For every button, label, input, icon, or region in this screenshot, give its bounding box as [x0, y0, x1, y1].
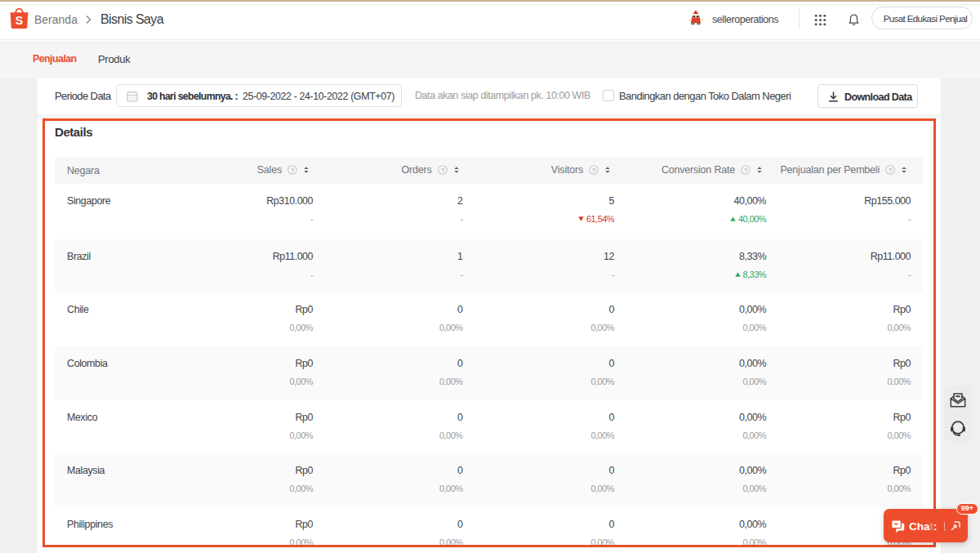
svg-text:S: S: [16, 14, 23, 27]
